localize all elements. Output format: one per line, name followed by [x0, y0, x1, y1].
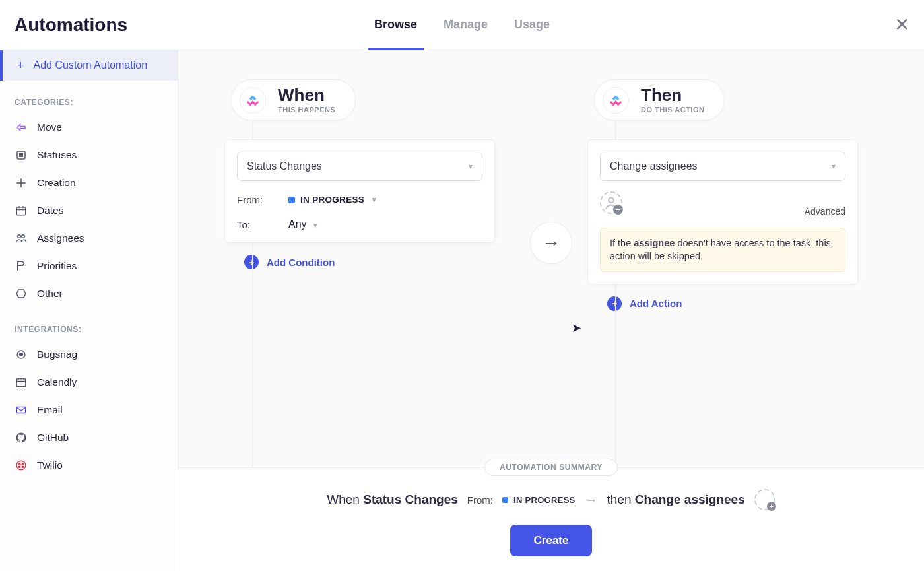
- sidebar-item-twilio[interactable]: Twilio: [0, 452, 178, 479]
- sidebar-item-github[interactable]: GitHub: [0, 424, 178, 452]
- creation-icon: [15, 176, 28, 189]
- clickup-logo-icon: [603, 87, 629, 114]
- to-label: To:: [237, 219, 270, 230]
- sidebar-item-label: Bugsnag: [37, 349, 77, 360]
- twilio-icon: [15, 459, 28, 472]
- then-title: Then: [641, 86, 704, 104]
- when-header: When THIS HAPPENS: [231, 79, 356, 121]
- bugsnag-icon: [15, 348, 28, 361]
- then-header: Then DO THIS ACTION: [594, 79, 725, 121]
- then-subtitle: DO THIS ACTION: [641, 106, 704, 114]
- categories-label: CATEGORIES:: [0, 81, 178, 114]
- page-title: Automations: [15, 15, 127, 36]
- email-icon: [15, 403, 28, 417]
- action-select[interactable]: Change assignees ▾: [600, 152, 845, 181]
- when-card: Status Changes ▾ From: IN PROGRESS ▾ To:: [224, 139, 495, 243]
- header: Automations Browse Manage Usage ✕: [0, 0, 924, 50]
- add-custom-label: Add Custom Automation: [34, 59, 148, 71]
- svg-point-10: [22, 463, 23, 465]
- move-icon: [15, 121, 28, 134]
- summary-label: AUTOMATION SUMMARY: [484, 459, 618, 476]
- plus-icon: +: [607, 296, 622, 311]
- calendly-icon: [15, 376, 28, 389]
- sidebar: + Add Custom Automation CATEGORIES: Move…: [0, 50, 178, 571]
- sidebar-item-label: Assignees: [37, 232, 84, 244]
- sidebar-item-label: Dates: [37, 205, 64, 217]
- cursor-icon: ➤: [572, 321, 581, 335]
- then-card: Change assignees ▾ Advanced If the assig…: [587, 139, 858, 285]
- to-status-value: Any: [288, 218, 307, 230]
- tab-browse[interactable]: Browse: [374, 0, 417, 50]
- summary-from-status: IN PROGRESS: [502, 495, 576, 505]
- when-title: When: [278, 86, 335, 104]
- arrow-right-icon: →: [530, 222, 572, 264]
- assignees-icon: [15, 232, 28, 245]
- sidebar-item-label: Twilio: [37, 459, 63, 471]
- svg-point-3: [18, 235, 21, 238]
- github-icon: [15, 431, 28, 444]
- summary-assignee-icon: [754, 489, 776, 510]
- status-color-swatch: [502, 497, 508, 503]
- svg-point-9: [19, 463, 20, 465]
- add-condition-button[interactable]: + Add Condition: [244, 255, 508, 269]
- chevron-down-icon: ▾: [469, 162, 473, 171]
- sidebar-item-calendly[interactable]: Calendly: [0, 368, 178, 396]
- when-column: When THIS HAPPENS Status Changes ▾ From:…: [231, 79, 508, 311]
- add-assignee-button[interactable]: [600, 191, 622, 214]
- sidebar-item-bugsnag[interactable]: Bugsnag: [0, 341, 178, 368]
- from-label: From:: [237, 194, 270, 205]
- svg-point-11: [19, 466, 20, 467]
- trigger-select-value: Status Changes: [247, 160, 322, 172]
- statuses-icon: [15, 149, 28, 162]
- summary-line: When Status Changes From: IN PROGRESS → …: [205, 489, 898, 510]
- advanced-link[interactable]: Advanced: [805, 206, 845, 217]
- dates-icon: [15, 204, 28, 217]
- sidebar-item-statuses[interactable]: Statuses: [0, 141, 178, 169]
- clickup-logo-icon: [240, 87, 266, 114]
- from-status-select[interactable]: IN PROGRESS ▾: [288, 195, 376, 205]
- automation-canvas: When THIS HAPPENS Status Changes ▾ From:…: [178, 50, 924, 571]
- close-icon[interactable]: ✕: [894, 16, 909, 34]
- arrow-right-icon: →: [585, 492, 598, 508]
- trigger-select[interactable]: Status Changes ▾: [237, 152, 482, 181]
- tab-usage[interactable]: Usage: [514, 0, 550, 50]
- sidebar-item-assignees[interactable]: Assignees: [0, 224, 178, 252]
- sidebar-item-label: Creation: [37, 177, 76, 189]
- svg-point-4: [22, 235, 25, 238]
- automation-summary-footer: AUTOMATION SUMMARY When Status Changes F…: [178, 467, 924, 571]
- status-color-swatch: [288, 197, 295, 203]
- plus-icon: +: [17, 59, 24, 71]
- sidebar-item-creation[interactable]: Creation: [0, 169, 178, 197]
- sidebar-item-label: Priorities: [37, 260, 77, 272]
- then-column: Then DO THIS ACTION Change assignees ▾ A…: [594, 79, 871, 311]
- summary-from-label: From:: [467, 494, 493, 506]
- svg-rect-7: [16, 379, 26, 387]
- tab-manage[interactable]: Manage: [444, 0, 488, 50]
- sidebar-item-other[interactable]: Other: [0, 280, 178, 308]
- from-status-value: IN PROGRESS: [300, 195, 364, 205]
- other-icon: [15, 287, 28, 300]
- add-action-button[interactable]: + Add Action: [607, 296, 871, 311]
- when-subtitle: THIS HAPPENS: [278, 106, 335, 114]
- svg-point-6: [20, 353, 23, 356]
- sidebar-item-label: Statuses: [37, 149, 77, 161]
- svg-rect-1: [20, 154, 23, 157]
- sidebar-item-dates[interactable]: Dates: [0, 197, 178, 224]
- info-box: If the assignee doesn't have access to t…: [600, 228, 845, 272]
- sidebar-item-label: Other: [37, 288, 63, 300]
- add-action-label: Add Action: [630, 298, 682, 309]
- to-status-select[interactable]: Any ▾: [288, 218, 317, 230]
- svg-point-13: [609, 198, 614, 203]
- sidebar-item-email[interactable]: Email: [0, 396, 178, 424]
- create-button[interactable]: Create: [510, 525, 593, 556]
- svg-rect-2: [16, 207, 26, 215]
- svg-point-12: [22, 466, 23, 467]
- add-custom-automation-button[interactable]: + Add Custom Automation: [0, 50, 178, 81]
- sidebar-item-label: Email: [37, 404, 63, 416]
- priorities-icon: [15, 259, 28, 273]
- sidebar-item-priorities[interactable]: Priorities: [0, 252, 178, 280]
- sidebar-item-move[interactable]: Move: [0, 114, 178, 141]
- chevron-down-icon: ▾: [372, 195, 376, 204]
- chevron-down-icon: ▾: [832, 162, 836, 171]
- sidebar-item-label: GitHub: [37, 432, 69, 444]
